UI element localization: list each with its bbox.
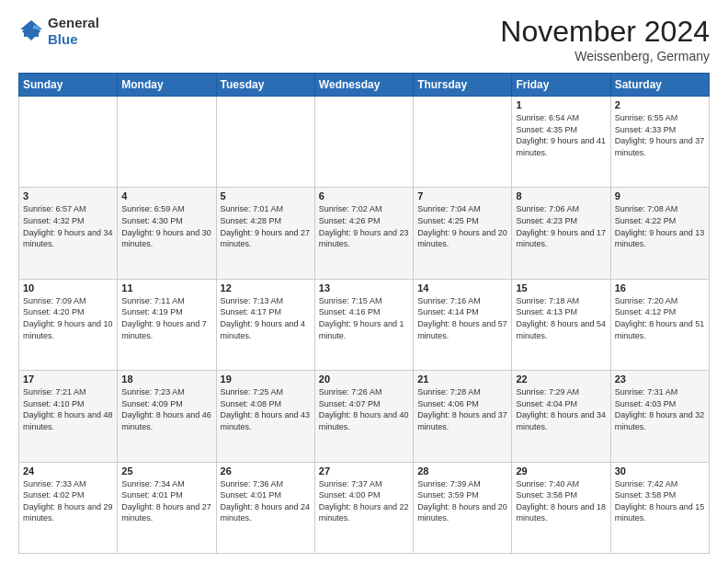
day-info: Sunrise: 7:39 AM Sunset: 3:59 PM Dayligh…	[417, 478, 507, 524]
table-row: 4Sunrise: 6:59 AM Sunset: 4:30 PM Daylig…	[118, 188, 216, 279]
day-info: Sunrise: 7:31 AM Sunset: 4:03 PM Dayligh…	[615, 386, 705, 432]
logo-text: General Blue	[48, 15, 99, 48]
table-row: 18Sunrise: 7:23 AM Sunset: 4:09 PM Dayli…	[118, 371, 216, 462]
calendar-week-row: 3Sunrise: 6:57 AM Sunset: 4:32 PM Daylig…	[19, 188, 710, 279]
col-wednesday: Wednesday	[314, 74, 413, 97]
table-row: 28Sunrise: 7:39 AM Sunset: 3:59 PM Dayli…	[414, 462, 512, 553]
day-number: 9	[615, 190, 705, 201]
table-row: 2Sunrise: 6:55 AM Sunset: 4:33 PM Daylig…	[610, 97, 709, 188]
col-saturday: Saturday	[610, 74, 709, 97]
table-row: 30Sunrise: 7:42 AM Sunset: 3:58 PM Dayli…	[610, 462, 709, 553]
day-number: 13	[319, 282, 409, 293]
month-title: November 2024	[500, 15, 710, 49]
day-number: 11	[121, 282, 211, 293]
day-number: 18	[121, 373, 211, 385]
table-row: 11Sunrise: 7:11 AM Sunset: 4:19 PM Dayli…	[118, 279, 216, 370]
table-row	[216, 97, 314, 188]
table-row: 24Sunrise: 7:33 AM Sunset: 4:02 PM Dayli…	[19, 462, 118, 553]
calendar-week-row: 1Sunrise: 6:54 AM Sunset: 4:35 PM Daylig…	[19, 97, 710, 188]
calendar-table: Sunday Monday Tuesday Wednesday Thursday…	[18, 73, 710, 554]
col-friday: Friday	[512, 74, 610, 97]
day-info: Sunrise: 7:42 AM Sunset: 3:58 PM Dayligh…	[615, 478, 705, 524]
day-info: Sunrise: 7:04 AM Sunset: 4:25 PM Dayligh…	[417, 203, 507, 249]
table-row: 23Sunrise: 7:31 AM Sunset: 4:03 PM Dayli…	[610, 371, 709, 462]
day-number: 14	[417, 282, 507, 293]
day-number: 24	[23, 465, 113, 477]
day-number: 5	[221, 190, 311, 201]
day-info: Sunrise: 7:37 AM Sunset: 4:00 PM Dayligh…	[319, 478, 409, 524]
day-info: Sunrise: 7:34 AM Sunset: 4:01 PM Dayligh…	[121, 478, 211, 524]
table-row: 3Sunrise: 6:57 AM Sunset: 4:32 PM Daylig…	[19, 188, 118, 279]
table-row: 26Sunrise: 7:36 AM Sunset: 4:01 PM Dayli…	[216, 462, 314, 553]
table-row: 10Sunrise: 7:09 AM Sunset: 4:20 PM Dayli…	[19, 279, 118, 370]
day-info: Sunrise: 7:02 AM Sunset: 4:26 PM Dayligh…	[319, 203, 409, 249]
day-info: Sunrise: 7:16 AM Sunset: 4:14 PM Dayligh…	[417, 295, 507, 341]
day-info: Sunrise: 7:20 AM Sunset: 4:12 PM Dayligh…	[615, 295, 705, 341]
day-info: Sunrise: 6:57 AM Sunset: 4:32 PM Dayligh…	[23, 203, 113, 249]
day-number: 3	[23, 190, 113, 201]
logo-general-text: General	[48, 15, 99, 30]
day-number: 4	[121, 190, 211, 201]
day-number: 6	[319, 190, 409, 201]
day-number: 12	[221, 282, 311, 293]
table-row: 6Sunrise: 7:02 AM Sunset: 4:26 PM Daylig…	[314, 188, 413, 279]
table-row: 20Sunrise: 7:26 AM Sunset: 4:07 PM Dayli…	[314, 371, 413, 462]
logo: General Blue	[18, 15, 99, 48]
col-monday: Monday	[118, 74, 216, 97]
day-info: Sunrise: 7:40 AM Sunset: 3:58 PM Dayligh…	[516, 478, 606, 524]
table-row: 15Sunrise: 7:18 AM Sunset: 4:13 PM Dayli…	[512, 279, 610, 370]
day-info: Sunrise: 7:21 AM Sunset: 4:10 PM Dayligh…	[23, 386, 113, 432]
calendar-week-row: 17Sunrise: 7:21 AM Sunset: 4:10 PM Dayli…	[19, 371, 710, 462]
col-thursday: Thursday	[414, 74, 512, 97]
day-number: 23	[615, 373, 705, 385]
table-row: 27Sunrise: 7:37 AM Sunset: 4:00 PM Dayli…	[314, 462, 413, 553]
table-row: 19Sunrise: 7:25 AM Sunset: 4:08 PM Dayli…	[216, 371, 314, 462]
day-info: Sunrise: 7:09 AM Sunset: 4:20 PM Dayligh…	[23, 295, 113, 341]
table-row: 9Sunrise: 7:08 AM Sunset: 4:22 PM Daylig…	[610, 188, 709, 279]
day-number: 20	[319, 373, 409, 385]
location: Weissenberg, Germany	[500, 49, 710, 63]
day-info: Sunrise: 7:36 AM Sunset: 4:01 PM Dayligh…	[221, 478, 311, 524]
day-number: 16	[615, 282, 705, 293]
day-number: 1	[516, 99, 606, 110]
page: General Blue November 2024 Weissenberg, …	[0, 0, 728, 563]
table-row	[414, 97, 512, 188]
logo-blue-text: Blue	[48, 31, 78, 47]
day-info: Sunrise: 6:59 AM Sunset: 4:30 PM Dayligh…	[121, 203, 211, 249]
table-row	[19, 97, 118, 188]
calendar-header-row: Sunday Monday Tuesday Wednesday Thursday…	[19, 74, 710, 97]
table-row	[314, 97, 413, 188]
table-row: 22Sunrise: 7:29 AM Sunset: 4:04 PM Dayli…	[512, 371, 610, 462]
table-row	[118, 97, 216, 188]
table-row: 8Sunrise: 7:06 AM Sunset: 4:23 PM Daylig…	[512, 188, 610, 279]
table-row: 29Sunrise: 7:40 AM Sunset: 3:58 PM Dayli…	[512, 462, 610, 553]
day-info: Sunrise: 6:55 AM Sunset: 4:33 PM Dayligh…	[615, 112, 705, 158]
day-number: 8	[516, 190, 606, 201]
logo-icon	[18, 18, 44, 44]
calendar-week-row: 24Sunrise: 7:33 AM Sunset: 4:02 PM Dayli…	[19, 462, 710, 553]
day-info: Sunrise: 7:33 AM Sunset: 4:02 PM Dayligh…	[23, 478, 113, 524]
day-number: 17	[23, 373, 113, 385]
day-info: Sunrise: 7:28 AM Sunset: 4:06 PM Dayligh…	[417, 386, 507, 432]
table-row: 17Sunrise: 7:21 AM Sunset: 4:10 PM Dayli…	[19, 371, 118, 462]
table-row: 13Sunrise: 7:15 AM Sunset: 4:16 PM Dayli…	[314, 279, 413, 370]
table-row: 21Sunrise: 7:28 AM Sunset: 4:06 PM Dayli…	[414, 371, 512, 462]
day-info: Sunrise: 7:11 AM Sunset: 4:19 PM Dayligh…	[121, 295, 211, 341]
day-number: 27	[319, 465, 409, 477]
day-number: 21	[417, 373, 507, 385]
day-number: 30	[615, 465, 705, 477]
day-info: Sunrise: 7:23 AM Sunset: 4:09 PM Dayligh…	[121, 386, 211, 432]
table-row: 12Sunrise: 7:13 AM Sunset: 4:17 PM Dayli…	[216, 279, 314, 370]
day-number: 29	[516, 465, 606, 477]
day-number: 10	[23, 282, 113, 293]
table-row: 25Sunrise: 7:34 AM Sunset: 4:01 PM Dayli…	[118, 462, 216, 553]
day-info: Sunrise: 7:29 AM Sunset: 4:04 PM Dayligh…	[516, 386, 606, 432]
day-info: Sunrise: 7:01 AM Sunset: 4:28 PM Dayligh…	[221, 203, 311, 249]
day-number: 7	[417, 190, 507, 201]
table-row: 1Sunrise: 6:54 AM Sunset: 4:35 PM Daylig…	[512, 97, 610, 188]
day-info: Sunrise: 7:06 AM Sunset: 4:23 PM Dayligh…	[516, 203, 606, 249]
table-row: 7Sunrise: 7:04 AM Sunset: 4:25 PM Daylig…	[414, 188, 512, 279]
title-block: November 2024 Weissenberg, Germany	[500, 15, 710, 63]
calendar-week-row: 10Sunrise: 7:09 AM Sunset: 4:20 PM Dayli…	[19, 279, 710, 370]
day-number: 15	[516, 282, 606, 293]
